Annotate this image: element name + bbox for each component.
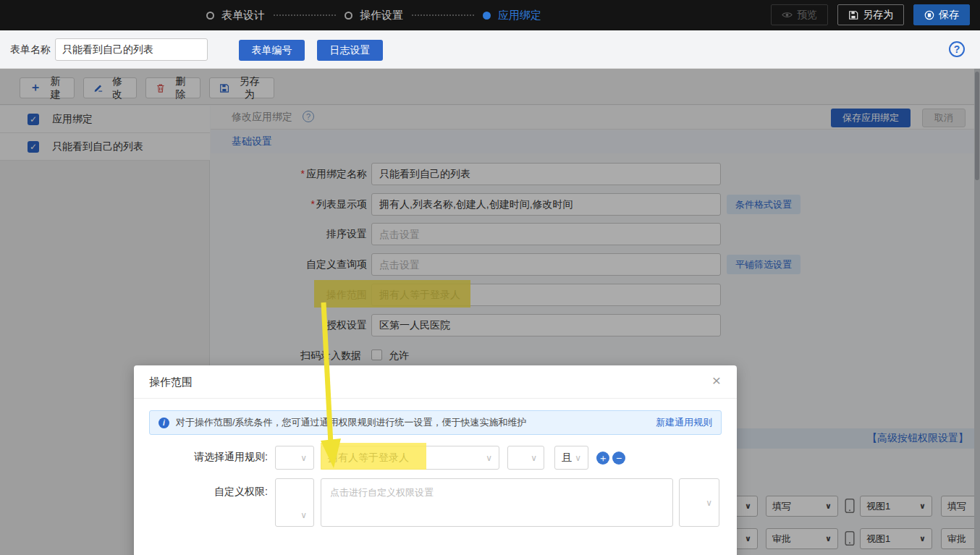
and-label: 且 bbox=[562, 452, 572, 465]
save-button[interactable]: 保存 bbox=[913, 4, 970, 25]
and-or-select[interactable]: 且∨ bbox=[554, 446, 588, 470]
custom-permission-area[interactable]: 点击进行自定义权限设置 bbox=[321, 478, 673, 527]
step-operation-settings[interactable]: 操作设置 bbox=[345, 9, 403, 22]
form-number-button[interactable]: 表单编号 bbox=[239, 40, 305, 61]
save-icon bbox=[924, 10, 934, 20]
top-header-bar: 表单设计 操作设置 应用绑定 预览 另存为 bbox=[0, 0, 980, 30]
rule-suffix-select[interactable]: ∨ bbox=[507, 446, 544, 470]
remove-rule-button[interactable]: − bbox=[612, 452, 625, 465]
step-circle-icon bbox=[206, 12, 214, 20]
question-glyph: ? bbox=[954, 43, 960, 55]
close-icon[interactable]: × bbox=[712, 373, 721, 388]
rule-select-label: 请选择通用规则: bbox=[134, 451, 268, 464]
operation-scope-modal: 操作范围 × i 对于操作范围/系统条件，您可通过通用权限规则进行统一设置，便于… bbox=[134, 365, 737, 555]
info-glyph: i bbox=[163, 419, 165, 427]
step-label: 应用绑定 bbox=[498, 9, 541, 22]
alert-text: 对于操作范围/系统条件，您可通过通用权限规则进行统一设置，便于快速实施和维护 bbox=[176, 416, 656, 429]
help-icon[interactable]: ? bbox=[949, 41, 965, 57]
rule-prefix-select[interactable]: ∨ bbox=[275, 446, 314, 470]
info-icon: i bbox=[159, 418, 169, 428]
chevron-down-icon: ∨ bbox=[300, 510, 307, 520]
new-general-rule-link[interactable]: 新建通用规则 bbox=[656, 416, 712, 429]
form-name-input[interactable] bbox=[55, 38, 208, 61]
rule-select-highlight bbox=[321, 443, 426, 470]
step-label: 表单设计 bbox=[221, 9, 265, 22]
save-as-button[interactable]: 另存为 bbox=[837, 4, 904, 25]
step-circle-icon bbox=[345, 12, 352, 20]
chevron-down-icon: ∨ bbox=[300, 453, 307, 463]
step-dash-divider bbox=[412, 14, 474, 16]
form-name-bar: 表单名称 表单编号 日志设置 ? bbox=[0, 30, 980, 69]
chevron-down-icon: ∨ bbox=[706, 498, 712, 508]
add-rule-button[interactable]: ＋ bbox=[596, 452, 609, 465]
custom-permission-label: 自定义权限: bbox=[134, 486, 268, 499]
chevron-down-icon: ∨ bbox=[486, 453, 492, 463]
log-settings-button[interactable]: 日志设置 bbox=[317, 40, 383, 61]
step-app-binding[interactable]: 应用绑定 bbox=[483, 9, 541, 22]
step-label: 操作设置 bbox=[360, 9, 403, 22]
wizard-steps: 表单设计 操作设置 应用绑定 bbox=[206, 0, 541, 30]
step-dash-divider bbox=[274, 14, 336, 16]
chevron-down-icon: ∨ bbox=[575, 453, 581, 463]
modal-header: 操作范围 × bbox=[134, 365, 737, 399]
step-form-design[interactable]: 表单设计 bbox=[206, 9, 265, 22]
chevron-down-icon: ∨ bbox=[531, 453, 537, 463]
custom-prefix-select[interactable]: ∨ bbox=[275, 478, 314, 527]
header-actions: 预览 另存为 保存 bbox=[771, 4, 970, 25]
floppy-icon bbox=[848, 10, 858, 20]
save-label: 保存 bbox=[939, 9, 959, 22]
save-as-label: 另存为 bbox=[863, 9, 893, 22]
preview-label: 预览 bbox=[797, 9, 817, 22]
preview-button[interactable]: 预览 bbox=[771, 4, 828, 25]
custom-suffix-select[interactable]: ∨ bbox=[679, 478, 719, 527]
step-circle-active-icon bbox=[483, 12, 491, 20]
modal-title: 操作范围 bbox=[149, 376, 193, 389]
form-name-label: 表单名称 bbox=[10, 30, 51, 69]
info-alert: i 对于操作范围/系统条件，您可通过通用权限规则进行统一设置，便于快速实施和维护… bbox=[149, 410, 722, 435]
app-screen: 表单设计 操作设置 应用绑定 预览 另存为 bbox=[0, 0, 980, 555]
eye-icon bbox=[782, 9, 793, 20]
